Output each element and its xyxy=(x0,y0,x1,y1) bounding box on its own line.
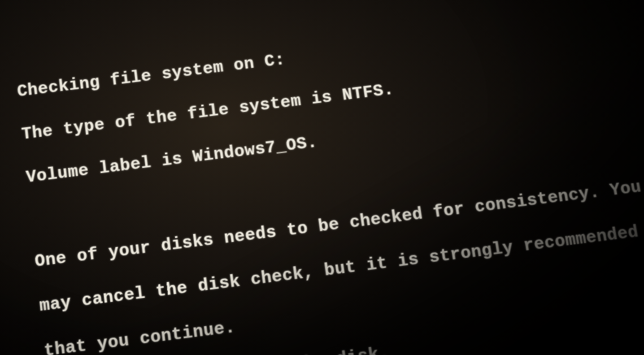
chkdsk-boot-screen: Checking file system on C: The type of t… xyxy=(0,0,644,355)
console-output: Checking file system on C: The type of t… xyxy=(0,0,644,355)
